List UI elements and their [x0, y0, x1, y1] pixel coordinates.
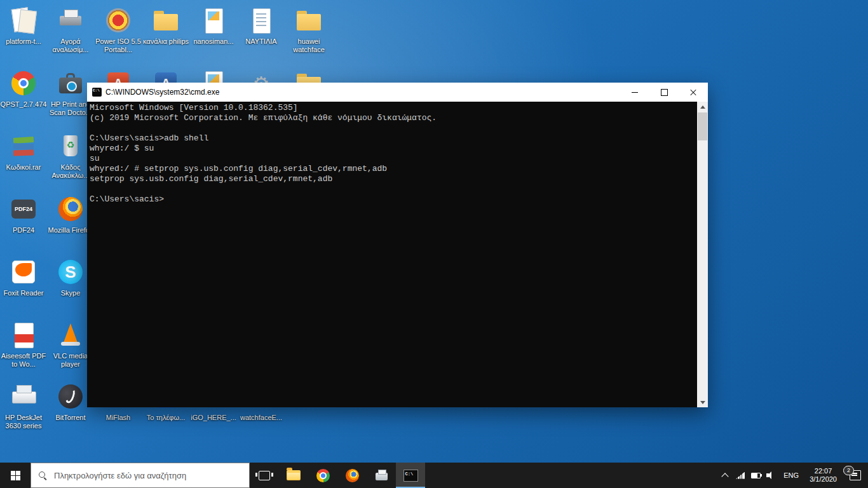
desktop-icon-label: Το τηλέφω... [142, 414, 189, 422]
taskbar-cmd-button[interactable]: C:\ [396, 463, 425, 488]
desktop-icon-platform-tools[interactable]: platform-t... [0, 5, 47, 46]
desktop-icon-hp-deskjet[interactable]: HP DeskJet 3630 series [0, 381, 47, 430]
taskbar-apps: C:\ [250, 463, 425, 488]
search-icon [39, 471, 47, 480]
volume-tray-button[interactable] [763, 463, 778, 488]
taskbar-file-explorer-button[interactable] [279, 463, 308, 488]
desktop-icon-label: Power ISO 5.5 Portabl... [95, 37, 142, 54]
desktop-icon-label: ΝΑΥΤΙΛΙΑ [238, 37, 285, 46]
pdf24-icon: PDF24 [8, 194, 39, 224]
hp-print-scan-doctor-icon [55, 68, 86, 98]
desktop-icon-huawei-watchface[interactable]: huawei watchface [285, 5, 332, 54]
desktop-icon-label: nanosiman... [190, 37, 237, 46]
desktop-icon-label: Κωδικοί.rar [0, 163, 47, 172]
nanosiman-icon [198, 5, 229, 36]
desktop-icon-label: MiFlash [95, 414, 142, 422]
scroll-up-arrow[interactable] [697, 102, 708, 112]
desktop-icon-label: QPST_2.7.474 [0, 100, 47, 109]
hp-logo-dot [67, 81, 77, 92]
taskbar-firefox-button[interactable] [337, 463, 367, 488]
language-indicator[interactable]: ENG [778, 463, 804, 488]
windows-logo-icon [11, 471, 20, 480]
window-title: C:\WINDOWS\system32\cmd.exe [105, 88, 620, 97]
clock-date: 3/1/2020 [810, 475, 837, 484]
aiseesoft-pdf-to-word-icon: PDF [8, 320, 39, 350]
terminal-output: Microsoft Windows [Version 10.0.18362.53… [90, 103, 695, 205]
taskbar-search[interactable] [31, 463, 250, 488]
maximize-icon [661, 89, 668, 96]
minimize-button[interactable] [620, 83, 649, 102]
taskbar-printer-button[interactable] [367, 463, 396, 488]
desktop-icon-naytilia[interactable]: ΝΑΥΤΙΛΙΑ [238, 5, 285, 46]
desktop-icon-label: κανάλια philips [142, 37, 189, 46]
power-iso-icon [103, 5, 133, 36]
desktop-icon-kanalia-philips[interactable]: κανάλια philips [142, 5, 189, 46]
file-explorer-icon [287, 470, 301, 480]
firefox-icon [346, 469, 359, 482]
qpst-icon [8, 68, 39, 98]
recycle-bin-icon [55, 131, 86, 161]
taskbar-chrome-button[interactable] [308, 463, 337, 488]
bittorrent-icon [55, 381, 86, 412]
mozilla-firefox-icon [55, 194, 86, 224]
desktop-icon-label: huawei watchface [285, 37, 332, 54]
battery-tray-button[interactable] [748, 463, 763, 488]
desktop-icon-label: watchfaceE... [238, 414, 285, 422]
foxit-reader-icon [8, 257, 39, 287]
printer-icon [376, 473, 388, 480]
desktop-icon-kodikoi-rar[interactable]: Κωδικοί.rar [0, 131, 47, 172]
desktop-icon-nanosiman[interactable]: nanosiman... [190, 5, 237, 46]
start-button[interactable] [0, 463, 31, 488]
desktop-icon-qpst[interactable]: QPST_2.7.474 [0, 68, 47, 109]
desktop-icon-label: Aiseesoft PDF to Wo... [0, 352, 47, 369]
kodikoi-rar-icon [8, 131, 39, 161]
network-icon [736, 472, 745, 479]
hp-deskjet-icon [8, 381, 39, 412]
close-button[interactable] [679, 83, 708, 102]
huawei-watchface-icon [294, 5, 324, 36]
desktop-icon-label: PDF24 [0, 226, 47, 234]
chevron-up-icon [722, 473, 729, 480]
desktop-icon-agora-analosimon[interactable]: Αγορά αναλωσίμ... [47, 5, 94, 54]
desktop-icon-label: BitTorrent [47, 414, 94, 422]
desktop-icon-label: platform-t... [0, 37, 47, 46]
task-view-icon [259, 471, 270, 480]
desktop-icon-label: iGO_HERE_... [190, 414, 237, 422]
vlc-icon [55, 320, 86, 350]
clock-time: 22:07 [810, 467, 837, 475]
desktop-icon-power-iso[interactable]: Power ISO 5.5 Portabl... [95, 5, 142, 54]
kanalia-philips-icon [151, 5, 181, 36]
action-center-button[interactable]: 2 [843, 463, 868, 488]
scroll-down-arrow[interactable] [697, 397, 708, 407]
desktop-icon-aiseesoft-pdf-to-word[interactable]: PDFAiseesoft PDF to Wo... [0, 320, 47, 369]
taskbar-task-view-button[interactable] [250, 463, 279, 488]
tray-overflow-button[interactable] [717, 463, 733, 488]
chrome-icon [316, 469, 330, 482]
window-controls [620, 83, 708, 102]
terminal[interactable]: Microsoft Windows [Version 10.0.18362.53… [87, 102, 708, 407]
search-input[interactable] [53, 470, 249, 481]
network-tray-button[interactable] [733, 463, 748, 488]
naytilia-icon [246, 5, 276, 36]
system-tray: ENG 22:07 3/1/2020 2 [717, 463, 868, 488]
maximize-button[interactable] [649, 83, 679, 102]
agora-analosimon-icon [55, 5, 86, 36]
cmd-icon: C:\ [403, 470, 418, 482]
desktop-icon-foxit-reader[interactable]: Foxit Reader [0, 257, 47, 297]
cmd-window: C:\ C:\WINDOWS\system32\cmd.exe Microsof… [87, 83, 708, 407]
platform-tools-icon [8, 5, 39, 36]
scrollbar-thumb[interactable] [698, 112, 707, 140]
desktop-icon-pdf24[interactable]: PDF24PDF24 [0, 194, 47, 234]
desktop-icon-label: HP DeskJet 3630 series [0, 414, 47, 430]
cmd-titlebar[interactable]: C:\ C:\WINDOWS\system32\cmd.exe [87, 83, 708, 102]
desktop-icon-label: Foxit Reader [0, 289, 47, 297]
cmd-window-icon: C:\ [92, 88, 102, 97]
volume-icon [766, 471, 775, 479]
battery-icon [751, 473, 761, 478]
minimize-icon [632, 92, 638, 93]
notification-badge: 2 [843, 466, 854, 475]
terminal-scrollbar[interactable] [697, 102, 708, 407]
clock[interactable]: 22:07 3/1/2020 [804, 467, 843, 484]
skype-icon: S [55, 257, 86, 287]
taskbar: C:\ ENG 22:07 3/1/2020 2 [0, 463, 868, 488]
